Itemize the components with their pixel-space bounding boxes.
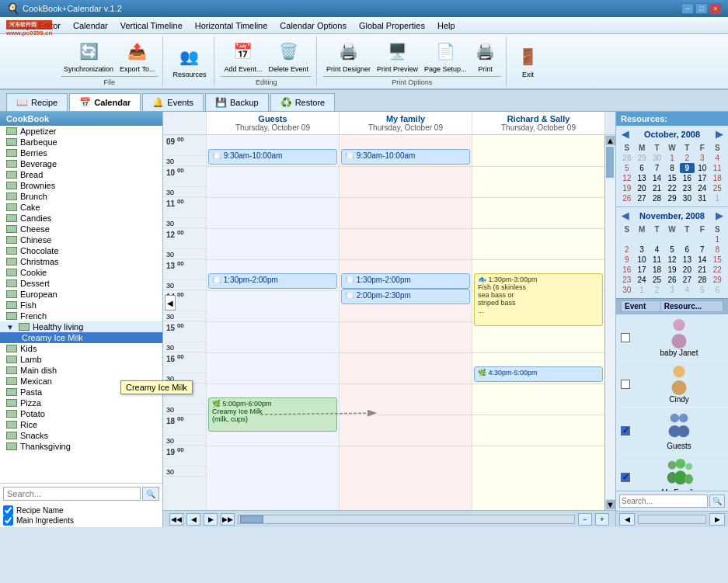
cal-day[interactable]: 13 [680,255,695,265]
sidebar-item-chocolate[interactable]: Chocolate [0,245,162,256]
page-setup-button[interactable]: 📄 Page Setup... [421,37,470,75]
guests-event-1[interactable]: 🍽️ 9:30am-10:00am [208,149,337,165]
cal-day[interactable]: 6 [680,245,695,255]
cal-day[interactable]: 22 [710,265,725,275]
zoom-out-button[interactable]: − [578,513,592,526]
print-button[interactable]: 🖨️ Print [470,37,501,75]
cal-day[interactable]: 19 [619,183,634,193]
exit-button[interactable]: 🚪 Exit [513,43,544,80]
cal-day[interactable]: 23 [619,275,634,285]
sidebar-item-french[interactable]: French [0,311,162,321]
cal-day[interactable]: 30 [650,153,664,163]
prev-month-nov-button[interactable]: ◀ [619,210,631,221]
cal-day[interactable]: 10 [634,255,649,265]
tab-backup[interactable]: 💾 Backup [205,93,269,111]
cal-day[interactable]: 29 [634,153,649,163]
cal-day[interactable]: 17 [695,173,709,183]
menu-horizontal-timeline[interactable]: Horizontal Timeline [189,19,274,32]
cal-day[interactable]: 21 [650,183,664,193]
guests-event-3[interactable]: 🌿 5:00pm-6:00pm Creamy Ice Milk (milk, c… [208,397,337,432]
sidebar-item-cheese[interactable]: Cheese [0,224,162,234]
print-designer-button[interactable]: 🖨️ Print Designer [323,37,374,75]
cal-day[interactable]: 20 [634,183,649,193]
sidebar-item-barbeque[interactable]: Barbeque [0,137,162,147]
cal-day[interactable]: 4 [680,285,695,295]
scrollbar-h-thumb[interactable] [240,515,263,523]
minimize-button[interactable]: − [681,3,694,14]
synchronization-button[interactable]: 🔄 Synchronization [61,37,117,75]
tab-recipe[interactable]: 📖 Recipe [6,93,68,111]
cal-day[interactable]: 6 [710,285,725,295]
cal-day[interactable]: 29 [664,193,679,203]
cal-day[interactable]: 28 [650,193,664,203]
delete-event-button[interactable]: 🗑️ Delete Event [265,37,312,75]
cal-day[interactable]: 27 [634,193,649,203]
calendar-prev-button[interactable]: ◀ [165,295,176,311]
cal-day[interactable]: 11 [650,255,664,265]
cal-day[interactable]: 19 [664,265,679,275]
myfamily-event-1[interactable]: 🍽️ 9:30am-10:00am [341,149,470,165]
tab-events[interactable]: 🔔 Events [142,93,204,111]
cal-day[interactable]: 16 [680,173,695,183]
cal-day[interactable]: 28 [695,275,709,285]
cal-day[interactable]: 1 [634,285,649,295]
print-preview-button[interactable]: 🖥️ Print Preview [374,37,421,75]
cal-day[interactable]: 25 [710,183,725,193]
cal-day[interactable]: 5 [695,285,709,295]
cal-day[interactable]: 5 [664,245,679,255]
scroll-up-btn[interactable]: ▲ [606,136,615,145]
cal-day[interactable]: 18 [710,173,725,183]
cal-day[interactable]: 31 [695,193,709,203]
cal-day[interactable]: 15 [664,173,679,183]
sidebar-item-chinese[interactable]: Chinese [0,234,162,245]
sidebar-item-snacks[interactable]: Snacks [0,430,162,441]
cal-day[interactable]: 4 [710,153,725,163]
cal-day[interactable]: 27 [680,275,695,285]
sidebar-item-dessert[interactable]: Dessert [0,278,162,289]
right-search-input[interactable] [619,495,708,508]
search-button[interactable]: 🔍 [142,487,159,501]
cal-day[interactable]: 26 [664,275,679,285]
cal-day[interactable] [634,234,649,245]
horizontal-scrollbar[interactable] [238,515,575,524]
cal-day[interactable]: 3 [695,153,709,163]
guests-checkbox[interactable]: ✓ [621,426,630,436]
tab-calendar[interactable]: 📅 Calendar [69,93,141,111]
cal-day[interactable]: 29 [710,275,725,285]
sidebar-item-christmas[interactable]: Christmas [0,256,162,267]
cal-day[interactable]: 13 [634,173,649,183]
prev-month-button[interactable]: ◀ [619,129,631,140]
sidebar-item-main-dish[interactable]: Main dish [0,365,162,376]
rb-prev-button[interactable]: ◀ [619,513,635,526]
cal-day[interactable]: 2 [619,245,634,255]
sidebar-item-european[interactable]: European [0,289,162,300]
cal-day[interactable] [664,234,679,245]
cal-day[interactable]: 26 [619,193,634,203]
cal-day[interactable]: 30 [680,193,695,203]
scroll-down-btn[interactable]: ▼ [606,500,615,509]
maximize-button[interactable]: □ [695,3,708,14]
cal-day[interactable]: 25 [650,275,664,285]
sidebar-item-appetizer[interactable]: Appetizer [0,126,162,137]
sidebar-item-potato[interactable]: Potato [0,408,162,419]
cindy-checkbox[interactable] [621,380,630,389]
sidebar-item-cake[interactable]: Cake [0,202,162,213]
cal-day[interactable]: 16 [619,265,634,275]
export-button[interactable]: 📤 Export To... [117,37,158,75]
sidebar-item-rice[interactable]: Rice [0,419,162,430]
sidebar-item-bread[interactable]: Bread [0,169,162,180]
cal-day[interactable]: 18 [650,265,664,275]
guests-event-2[interactable]: 🍽️ 1:30pm-2:00pm [208,273,337,289]
next-month-button[interactable]: ▶ [713,129,725,140]
cal-day[interactable] [650,234,664,245]
cal-day[interactable]: 12 [619,173,634,183]
sidebar-item-creamy-ice-milk[interactable]: Creamy Ice Milk [0,332,162,343]
myfamily-checkbox[interactable]: ✓ [621,473,630,482]
cookbook-search-input[interactable] [3,487,141,501]
cal-day[interactable]: 24 [634,275,649,285]
sidebar-item-kids[interactable]: Kids [0,343,162,354]
cal-day[interactable]: 8 [710,245,725,255]
scroll-thumb[interactable] [606,147,614,178]
richard-event-2[interactable]: 🌿 4:30pm-5:00pm [474,366,603,382]
sidebar-item-pizza[interactable]: Pizza [0,397,162,408]
